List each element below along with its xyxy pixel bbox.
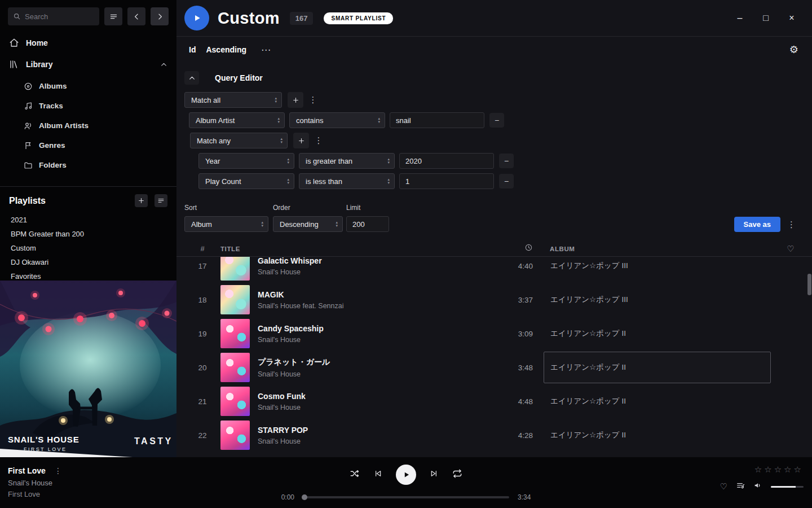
volume-button[interactable] (753, 481, 762, 492)
remove-rule-button[interactable]: − (489, 113, 504, 128)
track-artist: Snail's House (258, 437, 308, 445)
nav-forward-button[interactable] (151, 7, 169, 25)
previous-button[interactable] (373, 469, 382, 480)
add-rule-button[interactable] (293, 133, 309, 148)
rule-field-select[interactable]: Play Count ▴▾ (198, 173, 294, 189)
rule-operator-select[interactable]: is less than ▴▾ (299, 173, 395, 189)
track-row[interactable]: 20 プラネット・ガール Snail's House 3:48 (176, 351, 812, 384)
repeat-button[interactable] (452, 468, 462, 481)
match-mode-select[interactable]: Match any ▴▾ (190, 133, 288, 148)
rule-value-input[interactable] (399, 153, 494, 169)
play-playlist-button[interactable] (184, 6, 209, 30)
remove-rule-button[interactable]: − (499, 174, 514, 189)
window-minimize-button[interactable]: – (734, 13, 745, 23)
rule-operator-select[interactable]: is greater than ▴▾ (299, 153, 395, 169)
rule-field-select[interactable]: Album Artist ▴▾ (189, 112, 285, 128)
column-number[interactable]: # (189, 244, 216, 253)
list-scrollbar[interactable] (807, 257, 811, 457)
rule-field-select[interactable]: Year ▴▾ (198, 153, 294, 169)
sidebar-item-tracks[interactable]: Tracks (0, 96, 176, 116)
match-mode-select[interactable]: Match all ▴▾ (184, 92, 282, 108)
track-rows-viewport: 17 Galactic Whisper Snail's House 4:40 (176, 257, 812, 457)
shuffle-button[interactable] (350, 468, 360, 481)
sort-select[interactable]: Album ▴▾ (184, 216, 268, 232)
player-bar: First Love ⋮ Snail's House First Love (0, 457, 812, 508)
track-album[interactable]: エイリアン☆ポップ II (544, 352, 771, 383)
duration-clock-icon[interactable] (524, 243, 533, 254)
rating-stars[interactable]: ☆☆☆☆☆ (720, 465, 804, 475)
play-pause-button[interactable] (396, 465, 416, 485)
playlist-item[interactable]: DJ Okawari (0, 255, 176, 269)
play-icon (403, 471, 411, 479)
playlist-item[interactable]: 2021 (0, 213, 176, 227)
next-button[interactable] (430, 469, 439, 480)
now-playing-menu-icon[interactable]: ⋮ (54, 466, 62, 475)
scrollbar-thumb[interactable] (807, 274, 811, 295)
seek-bar[interactable] (303, 496, 509, 498)
favorite-heart-icon[interactable]: ♡ (787, 244, 794, 254)
select-arrows-icon: ▴▾ (277, 117, 280, 124)
transport-controls: 0:00 3:34 (276, 465, 536, 501)
collapse-query-editor-button[interactable] (184, 71, 199, 85)
rule-value-input[interactable] (390, 112, 484, 128)
track-row[interactable]: 22 STARRY POP Snail's House 4:28 (176, 418, 812, 452)
add-rule-button[interactable] (288, 92, 303, 108)
track-artist: Snail's House (258, 336, 324, 344)
track-row[interactable]: 17 Galactic Whisper Snail's House 4:40 (176, 257, 812, 283)
track-album[interactable]: エイリアン☆ポップ III (544, 257, 771, 282)
sidebar-item-album-artists[interactable]: Album Artists (0, 116, 176, 135)
track-row[interactable]: 21 Cosmo Funk Snail's House 4:48 (176, 384, 812, 418)
limit-input[interactable] (346, 216, 389, 232)
settings-gear-icon[interactable]: ⚙ (789, 43, 798, 56)
sidebar-item-home[interactable]: Home (0, 32, 176, 54)
nav-back-button[interactable] (127, 7, 145, 25)
order-select[interactable]: Descending ▴▾ (273, 216, 343, 232)
sort-direction-button[interactable]: Ascending (206, 45, 246, 54)
now-playing-artwork[interactable]: SNAIL'S HOUSE FIRST LOVE TASTY (0, 281, 176, 457)
column-title[interactable]: TITLE (220, 246, 499, 252)
query-editor-title: Query Editor (215, 73, 263, 82)
playlist-item[interactable]: Custom (0, 241, 176, 255)
sidebar-item-albums[interactable]: Albums (0, 76, 176, 96)
playlist-item[interactable]: BPM Greater than 200 (0, 227, 176, 241)
group-menu-icon[interactable]: ⋮ (308, 95, 318, 105)
chevron-up-icon[interactable] (160, 61, 167, 68)
sidebar-item-album-artists-label: Album Artists (39, 121, 89, 130)
save-as-button[interactable]: Save as (734, 217, 780, 232)
remove-rule-button[interactable]: − (499, 154, 514, 168)
window-maximize-button[interactable]: □ (760, 13, 771, 23)
track-album[interactable]: エイリアン☆ポップ II (544, 318, 771, 349)
select-arrows-icon: ▴▾ (287, 157, 289, 164)
chevron-left-icon (133, 12, 141, 21)
save-menu-icon[interactable]: ⋮ (787, 217, 797, 232)
track-album[interactable]: エイリアン☆ポップ II (544, 419, 771, 451)
track-album[interactable]: エイリアン☆ポップ II (544, 386, 771, 417)
rule-operator-select[interactable]: contains ▴▾ (289, 112, 385, 128)
window-close-button[interactable]: × (786, 13, 797, 23)
queue-button[interactable] (736, 481, 745, 492)
sidebar-item-library[interactable]: Library (0, 54, 176, 75)
favorite-button[interactable]: ♡ (720, 481, 727, 492)
group-menu-icon[interactable]: ⋮ (314, 135, 324, 146)
sidebar-item-folders[interactable]: Folders (0, 155, 176, 175)
sidebar-item-genres[interactable]: Genres (0, 135, 176, 155)
track-album-art (220, 353, 250, 382)
track-album[interactable]: エイリアン☆ポップ III (544, 284, 771, 316)
search-input[interactable] (25, 12, 87, 21)
star-icon: ☆ (784, 465, 793, 474)
plus-icon (292, 97, 299, 104)
more-options-icon[interactable]: ⋯ (261, 44, 271, 56)
volume-slider[interactable] (771, 486, 804, 488)
seek-handle[interactable] (302, 494, 307, 500)
rule-field-value: Year (205, 157, 220, 165)
rule-value-input[interactable] (399, 173, 494, 189)
sort-field-button[interactable]: Id (189, 45, 196, 54)
menu-button[interactable] (104, 7, 122, 25)
track-title: プラネット・ガール (258, 357, 330, 367)
search-box[interactable] (8, 7, 99, 25)
track-row[interactable]: 18 MAGIK Snail's House feat. Sennzai 3:3… (176, 283, 812, 317)
add-playlist-button[interactable] (135, 194, 148, 207)
column-album[interactable]: ALBUM (550, 246, 777, 252)
track-row[interactable]: 19 Candy Spaceship Snail's House 3:09 (176, 317, 812, 351)
edit-playlists-button[interactable] (155, 194, 167, 207)
